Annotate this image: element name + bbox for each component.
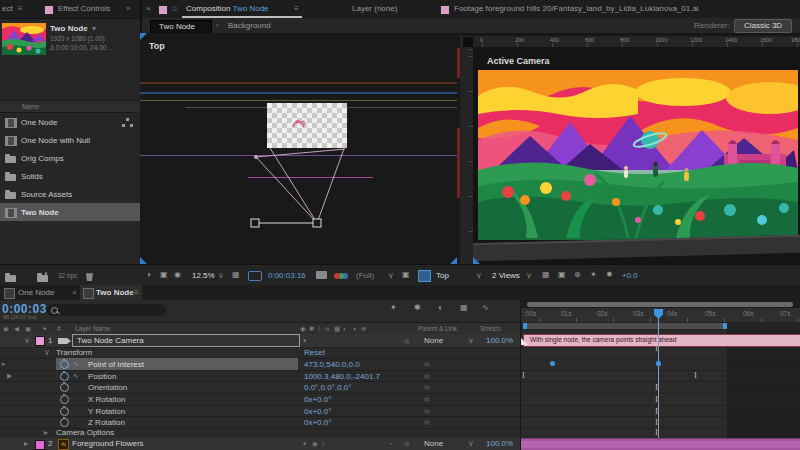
prop-pickwhip-icon[interactable] [424,383,430,391]
camera-view-area[interactable]: Active Camera [473,47,800,264]
view-select[interactable]: Top [436,271,449,280]
color-depth-icon[interactable] [44,264,49,284]
work-area-start-handle[interactable] [523,323,527,329]
stretch-value[interactable]: 100.0% [486,439,513,448]
expression-graph-icon[interactable] [73,372,78,380]
marker-zero-icon[interactable] [521,338,528,345]
corner-handle[interactable] [473,257,480,264]
prop-pickwhip-icon[interactable] [424,418,430,426]
tab-overflow-icon[interactable] [126,4,130,13]
bit-depth-label[interactable]: 32 bpc [58,272,78,279]
work-area-bar[interactable] [523,323,727,329]
channels-icon[interactable] [334,273,340,279]
keyframe-hold-icon[interactable]: I [522,371,525,380]
transparency-grid-icon[interactable] [418,270,431,282]
list-item-solids[interactable]: Solids [0,167,140,185]
transform-label[interactable]: Transform [56,348,92,357]
pickwhip-icon[interactable] [404,337,410,345]
search-input[interactable] [46,304,166,316]
subtab-two-node[interactable]: Two Node [150,20,212,34]
flowchart-icon[interactable] [590,265,597,285]
prop-label[interactable]: Point of Interest [88,360,144,369]
renderer-button[interactable]: Classic 3D [734,19,792,33]
timeline-hscrollbar-thumb[interactable] [527,302,793,307]
item-label[interactable]: Solids [21,172,43,181]
item-label[interactable]: Source Assets [21,190,72,199]
roi-icon[interactable] [402,265,410,285]
parent-select[interactable]: None [424,439,443,448]
selected-comp-name[interactable]: Two Node [50,24,88,33]
layer-switch-icon[interactable] [312,440,318,448]
keyframe-dot-current[interactable] [656,361,661,366]
prop-value[interactable]: 0x+0.0° [304,395,331,404]
timeline-track-area[interactable]: :00s 01s 02s 03s 04s 05s 06s 07s With si… [520,300,800,450]
layer-name-box[interactable]: Two Node Camera [72,334,300,347]
column-hash[interactable]: # [57,325,61,332]
zoom-level[interactable]: 12.5% [192,271,215,280]
snapshot-icon[interactable] [316,271,327,279]
shy-toggle-icon[interactable] [438,298,443,318]
item-label[interactable]: Two Node [21,208,59,217]
top-viewport[interactable]: Top [140,33,459,264]
layer2-duration-bar[interactable] [521,438,800,450]
twirl-open-icon[interactable] [24,336,30,345]
twirl-closed-icon[interactable] [24,439,28,448]
subtab-background[interactable]: Background [228,21,271,30]
keyframe-dot[interactable] [550,361,555,366]
corner-handle[interactable] [140,257,147,264]
list-item-one-node-with-null[interactable]: One Node with Null [0,131,140,149]
prop-label[interactable]: Z Rotation [88,418,125,427]
column-stretch[interactable]: Stretch [480,325,501,332]
lock-column-icon[interactable] [25,325,31,333]
current-time[interactable]: 0:00:03:16 [268,271,306,280]
timeline-nav-icon[interactable] [574,265,581,285]
timeline-hscrollbar-track[interactable] [521,300,800,308]
layer-switch-icon[interactable] [302,337,307,345]
camera-options-label[interactable]: Camera Options [56,428,114,437]
keyframe-nav-icon[interactable] [7,372,12,380]
tab-menu-icon[interactable] [134,288,139,297]
work-area-end-handle[interactable] [723,323,727,329]
layer-switch-icon[interactable] [302,440,307,448]
project-columns-header[interactable]: Name [0,100,140,113]
composition-mini-flowchart-icon[interactable] [390,298,397,318]
audio-column-icon[interactable] [14,325,19,333]
new-folder-icon[interactable] [5,275,16,282]
exposure-value[interactable]: +0.0 [622,271,638,280]
trash-icon[interactable] [86,272,93,281]
expression-graph-icon[interactable] [73,360,78,368]
layer-row-2[interactable]: 2 Ai Foreground Flowers None 100.0% [0,438,520,450]
zoom-dropdown-icon[interactable] [218,271,224,280]
layer-color-swatch[interactable] [35,440,45,450]
views-select[interactable]: 2 Views [492,271,520,280]
stopwatch-icon[interactable] [60,360,69,369]
layer-switch-icon[interactable] [322,440,324,447]
marker-comment[interactable]: With single node, the camera points stra… [530,336,676,343]
prop-value[interactable]: 0.0°,0.0°,0.0° [304,383,351,392]
tab-footage[interactable]: Footage foreground hills 20/Fantasy_land… [454,4,699,13]
twirl-open-icon[interactable] [44,348,50,357]
composition-tab-menu-icon[interactable] [294,4,299,13]
active-camera-viewport[interactable]: 0 200 400 600 800 1000 1200 1400 1600 18… [462,33,800,264]
keyframe-nav-icon[interactable] [2,360,5,368]
resolution-select[interactable]: (Full) [356,271,374,280]
fast-previews-icon[interactable] [558,265,566,285]
prop-value[interactable]: 1000.3,480.0,-2401.7 [304,372,380,381]
prop-value[interactable]: 473.0,540.0,0.0 [304,360,360,369]
column-name[interactable]: Name [22,103,39,110]
stopwatch-icon[interactable] [60,383,69,392]
column-parent-link[interactable]: Parent & Link [418,325,457,332]
prop-value[interactable]: 0x+0.0° [304,418,331,427]
graph-editor-icon[interactable] [482,298,489,318]
view-dropdown-icon[interactable] [476,271,482,280]
time-remap-icon[interactable] [388,440,392,447]
prop-label[interactable]: X Rotation [88,395,125,404]
video-column-icon[interactable] [3,325,9,333]
reset-link[interactable]: Reset [304,348,325,357]
corner-handle[interactable] [450,257,457,264]
panel-menu-icon[interactable] [18,4,23,13]
layer-marker-bar[interactable]: With single node, the camera points stra… [523,334,800,347]
prop-pickwhip-icon[interactable] [424,372,430,380]
list-item-one-node[interactable]: One Node [0,113,140,131]
prop-value[interactable]: 0x+0.0° [304,407,331,416]
